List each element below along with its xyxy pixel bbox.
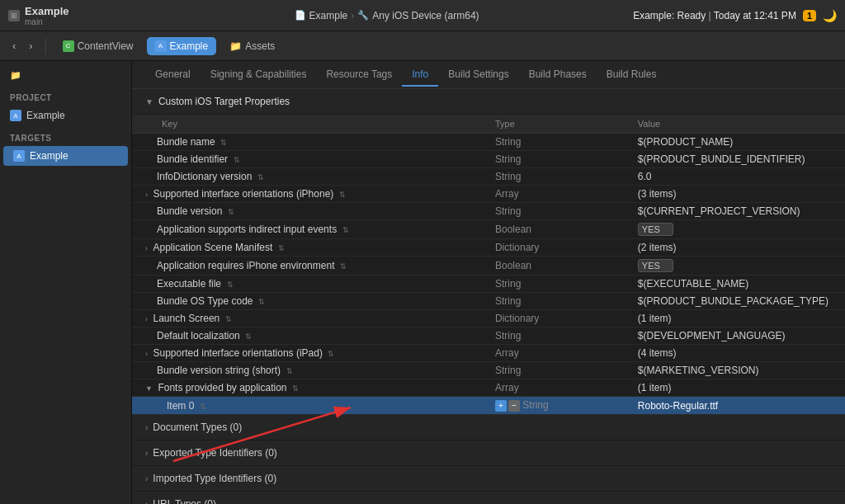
url-types-label: URL Types (0) <box>153 498 216 504</box>
property-key: InfoDictionary version <box>157 171 252 182</box>
tab-contentview[interactable]: C ContentView <box>54 37 142 55</box>
boolean-dropdown[interactable]: YES <box>638 223 673 236</box>
section-url-types[interactable]: › URL Types (0) <box>132 492 845 504</box>
table-row[interactable]: Executable file ⇅String$(EXECUTABLE_NAME… <box>132 276 845 293</box>
header-type: Type <box>489 115 631 134</box>
nav-back-button[interactable]: ‹ <box>8 37 20 54</box>
table-row[interactable]: ▼ Fonts provided by application ⇅Array(1… <box>132 379 845 397</box>
tab-build-settings[interactable]: Build Settings <box>438 64 518 87</box>
sort-arrows-icon[interactable]: ⇅ <box>290 384 300 393</box>
url-types-chevron: › <box>145 500 148 505</box>
sort-arrows-icon[interactable]: ⇅ <box>223 315 232 323</box>
sort-arrows-icon[interactable]: ⇅ <box>257 298 266 306</box>
section-exported-type[interactable]: › Exported Type Identifiers (0) <box>132 440 845 466</box>
sort-arrows-icon[interactable]: ⇅ <box>340 226 349 234</box>
exported-chevron: › <box>145 449 148 458</box>
table-row[interactable]: › Supported interface orientations (iPad… <box>132 345 845 362</box>
example-target-icon: A <box>13 150 25 162</box>
section-header[interactable]: ▼ Custom iOS Target Properties <box>132 89 845 115</box>
property-key: Supported interface orientations (iPad) <box>153 347 323 359</box>
sort-arrows-icon[interactable]: ⇅ <box>225 208 234 216</box>
table-row[interactable]: Bundle name ⇅String$(PRODUCT_NAME) <box>132 134 845 151</box>
section-imported-type[interactable]: › Imported Type Identifiers (0) <box>132 466 845 492</box>
sort-arrows-icon[interactable]: ⇅ <box>338 262 347 271</box>
sidebar-example-project-label: Example <box>26 110 65 121</box>
property-key: Default localization <box>157 330 240 341</box>
sort-arrows-icon[interactable]: ⇅ <box>337 191 346 199</box>
sort-arrows-icon[interactable]: ⇅ <box>326 350 335 358</box>
property-key: Bundle name <box>157 136 215 148</box>
expand-arrow-icon[interactable]: › <box>145 350 150 358</box>
property-value: $(EXECUTABLE_NAME) <box>638 278 748 290</box>
sort-arrows-icon[interactable]: ⇅ <box>255 173 264 181</box>
table-row[interactable]: Bundle version ⇅String$(CURRENT_PROJECT_… <box>132 203 845 220</box>
table-row[interactable]: InfoDictionary version ⇅String6.0 <box>132 168 845 186</box>
property-type: Dictionary <box>495 313 539 324</box>
property-type: String <box>495 278 521 290</box>
tab-general[interactable]: General <box>145 64 201 87</box>
expand-arrow-icon[interactable]: › <box>145 315 150 323</box>
property-key: Executable file <box>157 278 221 290</box>
tab-contentview-label: ContentView <box>78 40 134 52</box>
doc-types-label: Document Types (0) <box>153 422 242 433</box>
sidebar: 📁 PROJECT A Example TARGETS A Example <box>0 61 132 504</box>
tab-assets[interactable]: 📁 Assets <box>221 37 283 55</box>
table-row[interactable]: Bundle version string (short) ⇅String$(M… <box>132 362 845 379</box>
table-row[interactable]: › Application Scene Manifest ⇅Dictionary… <box>132 239 845 257</box>
table-row[interactable]: › Launch Screen ⇅Dictionary(1 item) <box>132 310 845 327</box>
sort-arrows-icon[interactable]: ⇅ <box>197 403 206 411</box>
section-document-types[interactable]: › Document Types (0) <box>132 415 845 440</box>
remove-item-button[interactable]: − <box>508 400 520 412</box>
table-row[interactable]: Application supports indirect input even… <box>132 220 845 239</box>
property-type: String <box>495 171 521 182</box>
table-row[interactable]: Item 0 ⇅+− StringRoboto-Regular.ttf <box>132 397 845 415</box>
tab-signing[interactable]: Signing & Capabilities <box>201 64 317 87</box>
expand-arrow-icon[interactable]: › <box>145 244 150 252</box>
tab-example[interactable]: A Example <box>147 37 217 55</box>
tab-build-phases[interactable]: Build Phases <box>519 64 597 87</box>
sort-arrows-icon[interactable]: ⇅ <box>219 139 228 147</box>
table-row[interactable]: Bundle identifier ⇅String$(PRODUCT_BUNDL… <box>132 151 845 168</box>
toolbar: ‹ › C ContentView A Example 📁 Assets <box>0 31 845 61</box>
sort-arrows-icon[interactable]: ⇅ <box>284 367 293 375</box>
property-type: String <box>522 399 548 411</box>
imported-label: Imported Type Identifiers (0) <box>153 473 276 484</box>
table-row[interactable]: › Supported interface orientations (iPho… <box>132 186 845 203</box>
sidebar-folder-item[interactable]: 📁 <box>0 66 131 85</box>
sort-arrows-icon[interactable]: ⇅ <box>243 332 253 341</box>
sort-arrows-icon[interactable]: ⇅ <box>224 280 234 289</box>
nav-forward-button[interactable]: › <box>25 37 36 54</box>
sort-arrows-icon[interactable]: ⇅ <box>276 244 285 252</box>
doc-types-chevron: › <box>145 423 148 432</box>
sort-arrows-icon[interactable]: ⇅ <box>231 156 240 164</box>
title-bar-breadcrumb: 📄 Example › 🔧 Any iOS Device (arm64) <box>140 10 633 21</box>
example-project-icon: A <box>10 110 21 121</box>
sidebar-item-example-project[interactable]: A Example <box>0 106 131 125</box>
property-value: (1 item) <box>638 382 672 393</box>
warning-badge[interactable]: 1 <box>803 10 816 21</box>
app-icon: ⊞ <box>8 10 20 21</box>
table-row[interactable]: Application requires iPhone environment … <box>132 257 845 276</box>
property-key: Supported interface orientations (iPhone… <box>153 188 334 200</box>
contentview-icon: C <box>63 40 74 52</box>
expand-arrow-icon[interactable]: › <box>145 191 150 199</box>
sidebar-item-example-target[interactable]: A Example <box>3 146 128 166</box>
property-value: $(PRODUCT_NAME) <box>638 136 733 148</box>
property-type: Boolean <box>495 224 531 235</box>
property-value: $(MARKETING_VERSION) <box>638 365 759 376</box>
title-bar-status: Example: Ready | Today at 12:41 PM 1 🌙 <box>633 9 837 22</box>
add-item-button[interactable]: + <box>495 400 507 412</box>
boolean-dropdown[interactable]: YES <box>638 259 673 272</box>
weather-icon: 🌙 <box>823 9 837 22</box>
tab-resource-tags[interactable]: Resource Tags <box>316 64 402 87</box>
main-layout: 📁 PROJECT A Example TARGETS A Example Ge… <box>0 61 845 504</box>
tab-info[interactable]: Info <box>402 64 438 87</box>
expand-arrow-icon[interactable]: ▼ <box>145 384 154 393</box>
app-subtitle: main <box>25 17 68 26</box>
table-row[interactable]: Bundle OS Type code ⇅String$(PRODUCT_BUN… <box>132 293 845 310</box>
app-name: Example <box>25 5 68 17</box>
table-row[interactable]: Default localization ⇅String$(DEVELOPMEN… <box>132 327 845 345</box>
tab-build-rules[interactable]: Build Rules <box>597 64 667 87</box>
property-value: (1 item) <box>638 313 672 324</box>
project-section-label: PROJECT <box>0 85 131 106</box>
